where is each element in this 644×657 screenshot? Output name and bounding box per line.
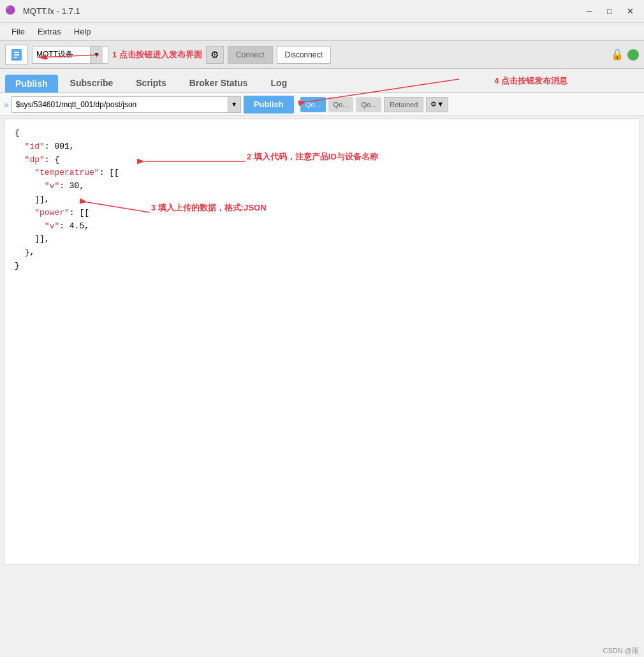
new-connection-button[interactable] bbox=[5, 45, 28, 65]
toolbar-right: 🔓 bbox=[611, 48, 639, 61]
topic-input-wrapper: ▼ bbox=[11, 96, 241, 113]
tab-subscribe[interactable]: Subscribe bbox=[59, 73, 124, 92]
toolbar: ▼ 1 点击按钮进入发布界面 ⚙ Connect Disconnect 🔓 bbox=[0, 41, 644, 69]
menu-help[interactable]: Help bbox=[68, 26, 98, 38]
code-line-8: "v": 4.5, bbox=[15, 220, 629, 233]
qos2-button[interactable]: Qo... bbox=[356, 97, 381, 112]
connection-dropdown-icon[interactable]: ▼ bbox=[90, 47, 103, 63]
connection-selector[interactable]: ▼ bbox=[32, 46, 108, 64]
app-icon: 🟣 bbox=[5, 5, 18, 18]
code-line-4: "temperatrue": [[ bbox=[15, 166, 629, 180]
expand-icon[interactable]: » bbox=[4, 100, 9, 110]
retained-button[interactable]: Retained bbox=[384, 97, 423, 112]
maximize-button[interactable]: □ bbox=[601, 4, 618, 18]
options-button[interactable]: ⚙▼ bbox=[426, 97, 448, 112]
connection-status-indicator bbox=[627, 49, 639, 61]
bottom-bar: CSDN @雨 bbox=[598, 645, 644, 657]
window-controls: ─ □ ✕ bbox=[580, 4, 639, 18]
qos1-button[interactable]: Qo... bbox=[328, 97, 354, 112]
svg-rect-2 bbox=[14, 54, 19, 55]
code-line-7: "power": [[ bbox=[15, 207, 629, 220]
code-line-10: }, bbox=[15, 246, 629, 260]
connection-name-input[interactable] bbox=[33, 50, 90, 59]
code-line-6: ]], bbox=[15, 193, 629, 207]
tab-scripts[interactable]: Scripts bbox=[125, 73, 177, 92]
lock-icon: 🔓 bbox=[611, 48, 624, 61]
topic-dropdown-button[interactable]: ▼ bbox=[228, 97, 240, 112]
menu-file[interactable]: File bbox=[5, 26, 31, 38]
settings-button[interactable]: ⚙ bbox=[206, 46, 224, 64]
menu-bar: File Extras Help bbox=[0, 23, 644, 41]
connect-button[interactable]: Connect bbox=[228, 46, 273, 64]
tabs-bar: Publish Subscribe Scripts Broker Status … bbox=[0, 69, 644, 93]
code-line-2: "id": 001, bbox=[15, 140, 629, 154]
code-line-5: "v": 30, bbox=[15, 180, 629, 193]
title-text: MQTT.fx - 1.7.1 bbox=[23, 6, 580, 16]
disconnect-button[interactable]: Disconnect bbox=[277, 46, 331, 64]
minimize-button[interactable]: ─ bbox=[580, 4, 598, 18]
code-editor[interactable]: { "id": 001, "dp": { "temperatrue": [[ "… bbox=[4, 119, 640, 281]
qos-buttons: Qo... Qo... Qo... Retained ⚙▼ bbox=[300, 97, 448, 112]
tab-broker-status[interactable]: Broker Status bbox=[179, 73, 259, 92]
topic-bar: » ▼ Publish Qo... Qo... Qo... Retained ⚙… bbox=[0, 93, 644, 116]
tab-publish[interactable]: Publish bbox=[5, 75, 58, 92]
topic-input[interactable] bbox=[12, 100, 228, 109]
publish-area: » ▼ Publish Qo... Qo... Qo... Retained ⚙… bbox=[0, 93, 644, 565]
menu-extras[interactable]: Extras bbox=[31, 26, 68, 38]
svg-rect-3 bbox=[14, 57, 17, 58]
close-button[interactable]: ✕ bbox=[621, 4, 639, 18]
svg-rect-1 bbox=[14, 52, 19, 53]
code-line-9: ]], bbox=[15, 233, 629, 246]
tab-log[interactable]: Log bbox=[260, 73, 298, 92]
code-line-1: { bbox=[15, 127, 629, 140]
bottom-text: CSDN @雨 bbox=[603, 647, 639, 654]
title-bar: 🟣 MQTT.fx - 1.7.1 ─ □ ✕ bbox=[0, 0, 644, 23]
code-line-11: } bbox=[15, 260, 629, 273]
qos0-button[interactable]: Qo... bbox=[300, 97, 326, 112]
annotation-1-text: 1 点击按钮进入发布界面 bbox=[112, 49, 202, 61]
publish-button[interactable]: Publish bbox=[244, 96, 294, 114]
code-line-3: "dp": { bbox=[15, 154, 629, 167]
main-content-area: { "id": 001, "dp": { "temperatrue": [[ "… bbox=[4, 119, 640, 565]
